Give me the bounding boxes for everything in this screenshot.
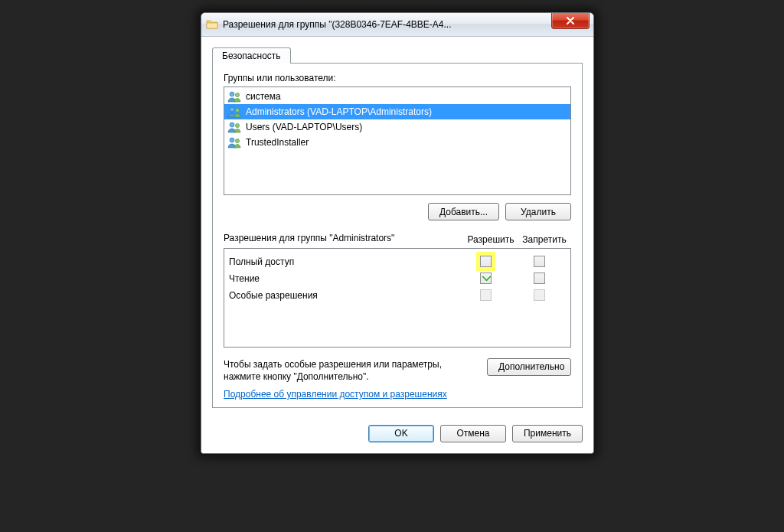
permissions-for-label: Разрешения для группы "Administrators" <box>224 233 464 245</box>
close-button[interactable] <box>551 12 590 29</box>
table-row: Чтение <box>229 270 566 287</box>
allow-cell <box>459 289 512 301</box>
list-item-label: TrustedInstaller <box>246 137 309 148</box>
checkbox[interactable] <box>480 273 492 284</box>
advanced-hint: Чтобы задать особые разрешения или парам… <box>224 358 479 383</box>
list-item[interactable]: Administrators (VAD-LAPTOP\Administrator… <box>224 104 570 119</box>
svg-point-0 <box>230 92 234 96</box>
add-remove-row: Добавить... Удалить <box>224 203 571 220</box>
allow-cell <box>459 256 512 267</box>
table-row: Особые разрешения <box>229 287 566 304</box>
client-area: Безопасность Группы или пользователи: си… <box>201 37 593 417</box>
svg-point-4 <box>230 122 234 127</box>
users-icon <box>227 121 243 133</box>
svg-point-7 <box>235 139 239 142</box>
permission-name: Полный доступ <box>229 256 459 267</box>
window-title: Разрешения для группы "(328B0346-7EAF-4B… <box>223 19 593 30</box>
svg-point-6 <box>230 138 234 142</box>
permission-name: Чтение <box>229 273 459 284</box>
ok-button[interactable]: OK <box>368 425 434 442</box>
folder-icon <box>206 18 218 31</box>
remove-button[interactable]: Удалить <box>505 203 571 220</box>
groups-users-label: Группы или пользователи: <box>224 73 571 83</box>
advanced-row: Чтобы задать особые разрешения или парам… <box>224 358 571 383</box>
list-item-label: Administrators (VAD-LAPTOP\Administrator… <box>246 106 432 117</box>
checkbox[interactable] <box>480 256 492 267</box>
permissions-table: Полный доступЧтениеОсобые разрешения <box>224 248 571 348</box>
deny-cell <box>512 256 566 267</box>
tab-strip: Безопасность <box>212 44 583 63</box>
svg-point-2 <box>230 107 234 112</box>
tab-security[interactable]: Безопасность <box>212 47 291 64</box>
list-item[interactable]: Users (VAD-LAPTOP\Users) <box>224 119 570 135</box>
svg-point-5 <box>235 123 239 127</box>
advanced-button[interactable]: Дополнительно <box>487 358 571 376</box>
checkbox[interactable] <box>534 273 545 284</box>
deny-cell <box>512 273 566 284</box>
checkbox <box>534 289 545 301</box>
users-icon <box>227 136 243 149</box>
permissions-dialog: Разрешения для группы "(328B0346-7EAF-4B… <box>201 12 594 454</box>
help-link[interactable]: Подробнее об управлении доступом и разре… <box>224 389 447 400</box>
users-listbox[interactable]: системаAdministrators (VAD-LAPTOP\Admini… <box>224 86 571 195</box>
dialog-button-row: OK Отмена Применить <box>201 417 593 453</box>
list-item[interactable]: TrustedInstaller <box>224 135 570 150</box>
list-item[interactable]: система <box>224 89 570 104</box>
permissions-header: Разрешения для группы "Administrators" Р… <box>224 233 571 245</box>
close-icon <box>566 17 575 24</box>
deny-cell <box>512 289 566 301</box>
column-allow: Разрешить <box>464 234 518 245</box>
svg-point-1 <box>235 93 239 96</box>
titlebar[interactable]: Разрешения для группы "(328B0346-7EAF-4B… <box>201 13 593 37</box>
svg-point-3 <box>235 108 239 112</box>
list-item-label: Users (VAD-LAPTOP\Users) <box>246 122 362 132</box>
security-panel: Группы или пользователи: системаAdminist… <box>212 63 583 408</box>
users-icon <box>227 90 243 103</box>
cancel-button[interactable]: Отмена <box>440 425 506 442</box>
users-icon <box>227 106 243 118</box>
table-row: Полный доступ <box>229 253 566 270</box>
allow-cell <box>459 273 512 284</box>
checkbox <box>480 289 492 301</box>
list-item-label: система <box>246 91 281 102</box>
checkbox[interactable] <box>534 256 545 267</box>
apply-button[interactable]: Применить <box>512 425 583 442</box>
column-deny: Запретить <box>518 234 571 245</box>
permission-name: Особые разрешения <box>229 290 459 301</box>
add-button[interactable]: Добавить... <box>428 203 499 220</box>
